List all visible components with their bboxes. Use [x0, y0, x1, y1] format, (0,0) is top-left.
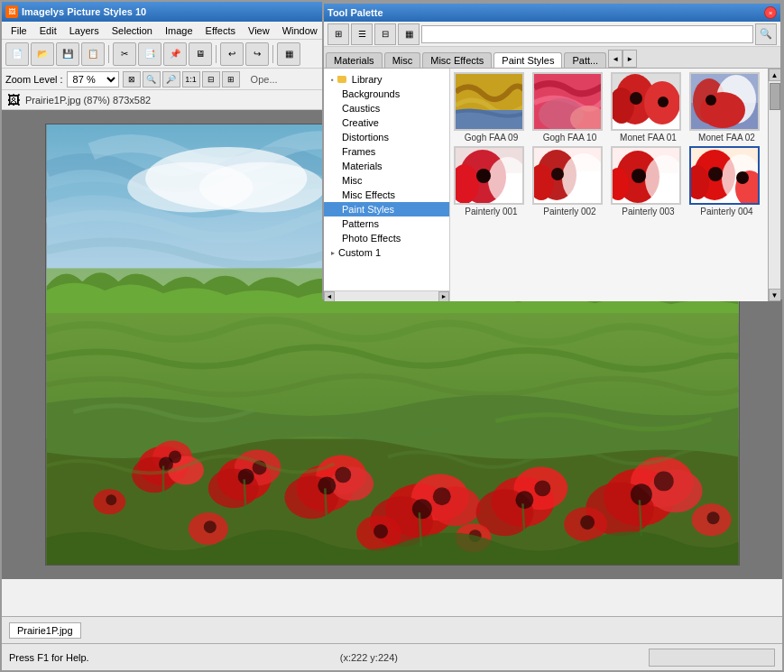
palette-details-btn[interactable]: ▦	[398, 23, 420, 45]
zoom-fit3-btn[interactable]: ⊞	[222, 71, 240, 87]
status-right	[649, 649, 775, 667]
thumb-img-gogh-10	[532, 72, 603, 131]
tree-item-label: Misc Effects	[342, 189, 395, 200]
scroll-left-btn[interactable]: ◄	[324, 291, 335, 302]
cut-button[interactable]: ✂	[113, 42, 136, 66]
thumb-painterly-001[interactable]: Painterly 001	[454, 146, 529, 216]
menu-image[interactable]: Image	[160, 23, 198, 38]
tab-misc-effects[interactable]: Misc Effects	[422, 52, 492, 68]
copy-button[interactable]: 📑	[138, 42, 161, 66]
tree-item-label: Backgrounds	[342, 88, 400, 99]
file-tab[interactable]: Prairie1P.jpg	[9, 622, 81, 639]
tree-item-label: Distortions	[342, 132, 389, 143]
svg-point-71	[630, 92, 642, 105]
screenshot-button[interactable]: 🖥	[189, 42, 212, 66]
svg-point-18	[237, 468, 254, 484]
svg-point-31	[432, 487, 450, 505]
tree-item-paint-styles[interactable]: Paint Styles	[324, 202, 449, 216]
tree-item-materials[interactable]: Materials	[324, 159, 449, 173]
palette-search-button[interactable]: 🔍	[755, 23, 777, 45]
tool-palette-title-bar: Tool Palette ×	[324, 4, 780, 22]
tree-item-creative[interactable]: Creative	[324, 115, 449, 130]
tree-item-patterns[interactable]: Patterns	[324, 216, 449, 231]
svg-point-72	[658, 97, 669, 107]
menu-window[interactable]: Window	[277, 23, 323, 38]
coords-text: (x:222 y:224)	[340, 652, 398, 663]
tree-library[interactable]: ▪ Library	[324, 72, 449, 87]
scroll-down-btn[interactable]: ▼	[769, 289, 781, 301]
scroll-up-btn[interactable]: ▲	[769, 69, 781, 81]
redo-button[interactable]: ↪	[245, 42, 269, 66]
tree-item-misc-effects[interactable]: Misc Effects	[324, 188, 449, 202]
palette-icon-btn[interactable]: ⊟	[374, 23, 396, 45]
menu-view[interactable]: View	[243, 23, 275, 38]
zoom-in-btn[interactable]: 🔍	[143, 71, 161, 87]
thumbnails-panel: Gogh FAA 09	[450, 69, 768, 301]
tool-palette-title-text: Tool Palette	[327, 7, 383, 18]
tree-item-label: Creative	[342, 117, 379, 128]
menu-file[interactable]: File	[5, 23, 32, 38]
tree-item-custom1[interactable]: ▸ Custom 1	[324, 245, 449, 260]
tab-left-arrow[interactable]: ◄	[608, 50, 623, 68]
palette-tabs: Materials Misc Misc Effects Paint Styles…	[324, 47, 780, 69]
svg-point-103	[708, 167, 723, 181]
thumb-img-monet-01	[611, 72, 681, 131]
scroll-track[interactable]	[769, 81, 781, 289]
thumb-monet-faa-01[interactable]: Monet FAA 01	[611, 72, 686, 143]
menu-selection[interactable]: Selection	[106, 23, 158, 38]
thumb-label-painterly-002: Painterly 002	[532, 207, 607, 216]
thumb-painterly-004[interactable]: Painterly 004	[689, 146, 764, 216]
file-type-icon: 🖼	[7, 93, 20, 107]
tree-item-misc[interactable]: Misc	[324, 173, 449, 188]
tree-item-photo-effects[interactable]: Photo Effects	[324, 231, 449, 245]
zoom-out-btn[interactable]: 🔎	[162, 71, 180, 87]
thumb-monet-faa-02[interactable]: Monet FAA 02	[689, 72, 764, 143]
palette-list-btn[interactable]: ☰	[351, 23, 373, 45]
thumb-painterly-003[interactable]: Painterly 003	[611, 146, 686, 216]
tab-right-arrow[interactable]: ►	[623, 50, 637, 68]
scroll-right-btn[interactable]: ►	[438, 291, 449, 302]
thumb-label-gogh-10: Gogh FAA 10	[532, 133, 607, 143]
scroll-thumb[interactable]	[770, 83, 780, 110]
svg-point-44	[106, 494, 116, 505]
app-window: 🖼 Imagelys Picture Styles 10 _ □ × File …	[0, 0, 784, 672]
menu-effects[interactable]: Effects	[200, 23, 241, 38]
thumb-gogh-faa-10[interactable]: Gogh FAA 10	[532, 72, 607, 143]
thumb-painterly-002[interactable]: Painterly 002	[532, 146, 607, 216]
palette-content: ▪ Library Backgrounds Caustics Creative	[324, 69, 780, 301]
palette-search-input[interactable]	[421, 25, 753, 43]
zoom-fit-btn[interactable]: ⊠	[123, 71, 141, 87]
palette-grid-btn[interactable]: ⊞	[327, 23, 349, 45]
svg-point-42	[653, 471, 673, 491]
tree-item-caustics[interactable]: Caustics	[324, 101, 449, 115]
save-as-button[interactable]: 📋	[81, 42, 105, 66]
paste-button[interactable]: 📌	[163, 42, 187, 66]
thumb-label-painterly-001: Painterly 001	[454, 207, 529, 216]
tree-item-label: Paint Styles	[342, 204, 394, 215]
app-icon: 🖼	[5, 5, 18, 18]
save-button[interactable]: 💾	[56, 42, 79, 66]
zoom-fit2-btn[interactable]: ⊟	[202, 71, 220, 87]
svg-point-104	[736, 171, 749, 184]
tab-misc[interactable]: Misc	[384, 52, 421, 68]
new-button[interactable]: 📄	[5, 42, 29, 66]
palette-close-button[interactable]: ×	[764, 6, 777, 19]
undo-button[interactable]: ↩	[220, 42, 244, 66]
extra-button[interactable]: ▦	[277, 42, 300, 66]
tab-materials[interactable]: Materials	[326, 52, 383, 68]
status-bar: Prairie1P.jpg	[2, 616, 782, 643]
tree-item-frames[interactable]: Frames	[324, 144, 449, 159]
tree-item-backgrounds[interactable]: Backgrounds	[324, 87, 449, 101]
zoom-select[interactable]: 87 % 100 % 50 %	[67, 71, 119, 87]
toolbar-separator-1	[108, 45, 109, 63]
menu-layers[interactable]: Layers	[64, 23, 105, 38]
tree-item-label: Frames	[342, 146, 375, 157]
menu-edit[interactable]: Edit	[34, 23, 62, 38]
tab-paint-styles[interactable]: Paint Styles	[493, 52, 562, 69]
tree-item-distortions[interactable]: Distortions	[324, 130, 449, 144]
open-button[interactable]: 📂	[31, 42, 54, 66]
thumb-label-painterly-004: Painterly 004	[689, 207, 764, 216]
zoom-actual-btn[interactable]: 1:1	[182, 71, 200, 87]
tab-patterns[interactable]: Patt...	[564, 52, 606, 68]
thumb-gogh-faa-09[interactable]: Gogh FAA 09	[454, 72, 529, 143]
